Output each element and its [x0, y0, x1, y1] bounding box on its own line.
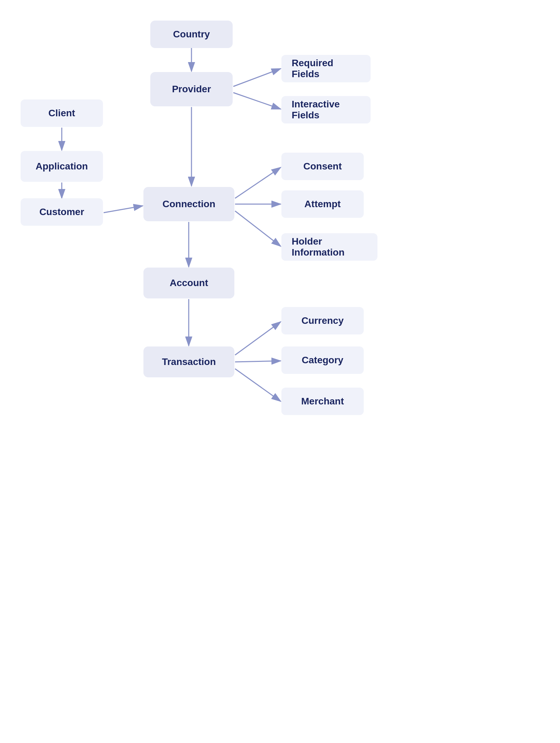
holder-information-node: Holder Information: [281, 233, 377, 261]
category-label: Category: [302, 355, 343, 366]
svg-line-13: [235, 322, 281, 355]
svg-line-7: [104, 206, 143, 213]
client-node: Client: [21, 99, 103, 127]
customer-label: Customer: [39, 207, 84, 217]
account-label: Account: [170, 278, 208, 288]
application-label: Application: [36, 161, 88, 172]
country-node: Country: [150, 21, 233, 48]
required-fields-label: Required Fields: [292, 58, 360, 80]
connection-node: Connection: [143, 187, 234, 221]
holder-information-label: Holder Information: [292, 236, 367, 258]
country-label: Country: [173, 29, 210, 40]
provider-label: Provider: [172, 84, 211, 95]
customer-node: Customer: [21, 198, 103, 226]
currency-label: Currency: [302, 315, 344, 326]
attempt-label: Attempt: [304, 199, 341, 210]
attempt-node: Attempt: [281, 190, 364, 218]
svg-line-2: [233, 69, 281, 86]
svg-line-10: [235, 211, 281, 246]
client-label: Client: [48, 108, 75, 119]
merchant-node: Merchant: [281, 388, 364, 415]
account-node: Account: [143, 268, 234, 298]
interactive-fields-node: Interactive Fields: [281, 96, 371, 123]
transaction-node: Transaction: [143, 346, 234, 377]
svg-line-8: [235, 167, 281, 198]
svg-line-14: [235, 361, 281, 362]
currency-node: Currency: [281, 307, 364, 334]
svg-line-15: [235, 369, 281, 401]
merchant-label: Merchant: [301, 396, 344, 407]
consent-node: Consent: [281, 153, 364, 180]
connection-label: Connection: [163, 199, 215, 210]
application-node: Application: [21, 151, 103, 182]
interactive-fields-label: Interactive Fields: [292, 99, 360, 121]
provider-node: Provider: [150, 72, 233, 106]
svg-line-3: [233, 93, 281, 109]
category-node: Category: [281, 346, 364, 374]
consent-label: Consent: [303, 161, 342, 172]
required-fields-node: Required Fields: [281, 55, 371, 82]
diagram-container: Country Provider Required Fields Interac…: [0, 0, 560, 743]
transaction-label: Transaction: [162, 356, 216, 367]
